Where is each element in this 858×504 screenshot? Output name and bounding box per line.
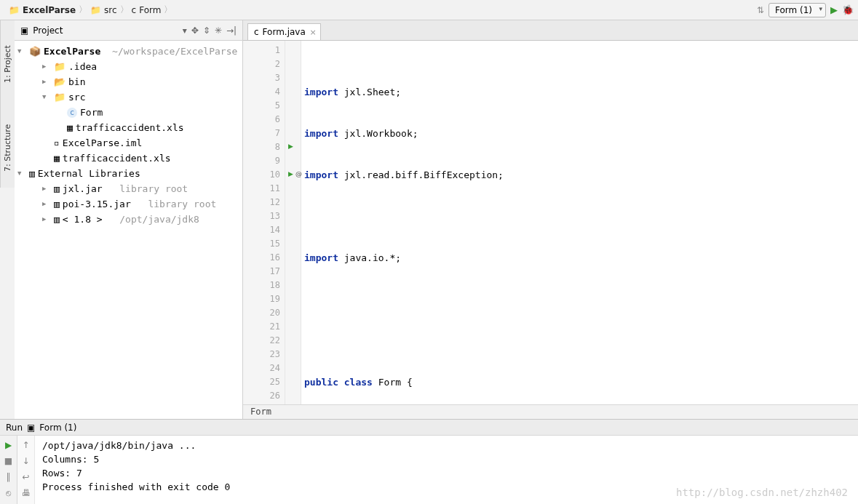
tree-item[interactable]: ▫ExcelParse.iml xyxy=(15,135,242,151)
rerun-icon[interactable]: ▶ xyxy=(5,440,12,450)
tree-arrow[interactable]: ▼ xyxy=(42,89,51,105)
class-icon: c xyxy=(67,108,77,118)
module-icon: 📦 xyxy=(29,44,41,59)
libraries-icon: ▥ xyxy=(29,166,35,181)
library-label: jxl.jar xyxy=(63,181,103,196)
close-icon[interactable]: × xyxy=(310,28,317,37)
ext-lib-label: External Libraries xyxy=(38,166,140,181)
xls-icon: ▦ xyxy=(67,120,73,135)
tree-label: bin xyxy=(68,74,85,89)
print-icon[interactable]: 🖶 xyxy=(22,488,31,498)
folder-o-icon: 📂 xyxy=(54,74,65,89)
xls-icon: ▦ xyxy=(54,151,60,166)
tree-label: .idea xyxy=(68,59,97,74)
debug-icon[interactable]: 🐞 xyxy=(842,4,854,15)
project-tree[interactable]: ▼ 📦 ExcelParse ~/workspace/ExcelParse ▶📁… xyxy=(15,41,242,230)
library-label: < 1.8 > xyxy=(63,212,103,227)
gutter-marks: ▶ ▶ @ xyxy=(285,41,301,404)
editor-area: c Form.java × 1234 5678 9101112 13141516… xyxy=(243,20,858,419)
tree-item[interactable]: cForm xyxy=(15,105,242,120)
breadcrumb-bar: 📁 ExcelParse 〉 📁 src 〉 c Form 〉 ⇅ Form (… xyxy=(0,0,858,20)
pause-icon[interactable]: ‖ xyxy=(7,472,11,482)
breadcrumb[interactable]: 📁 ExcelParse 〉 📁 src 〉 c Form 〉 xyxy=(4,4,177,16)
tree-item[interactable]: ▶📁.idea xyxy=(15,59,242,74)
tree-arrow[interactable]: ▶ xyxy=(42,59,51,74)
run-header: Run ▣ Form (1) xyxy=(0,420,858,436)
external-libraries[interactable]: ▼ ▥ External Libraries xyxy=(15,166,242,181)
tree-label: Form xyxy=(80,105,103,120)
chevron-right-icon[interactable]: ▶ xyxy=(42,181,51,196)
library-hint: library root xyxy=(119,181,188,196)
project-view-icon: ▣ xyxy=(20,25,28,36)
run-tool-window: Run ▣ Form (1) ▶ ■ ‖ ⎋ ↑ ↓ ↩ 🖶 /opt/java… xyxy=(0,419,858,504)
project-toolwindow-stub[interactable]: 1: Project xyxy=(0,20,15,108)
root-hint: ~/workspace/ExcelParse xyxy=(112,44,237,59)
tab-label: Form.java xyxy=(263,27,306,37)
collapse-icon[interactable]: ⇕ xyxy=(203,25,210,36)
console-line: Rows: 7 xyxy=(42,466,851,480)
down-icon[interactable]: ↓ xyxy=(22,456,29,466)
tab-form-java[interactable]: c Form.java × xyxy=(247,23,321,40)
tree-arrow[interactable]: ▶ xyxy=(42,74,51,89)
folder-icon: 📁 xyxy=(90,5,101,15)
run-gutter-icon[interactable]: ▶ xyxy=(288,170,293,177)
gear-icon[interactable]: ✳ xyxy=(215,25,222,36)
project-icon: 📁 xyxy=(9,5,20,15)
tree-item[interactable]: ▦trafficaccident.xls xyxy=(15,151,242,166)
chevron-right-icon: 〉 xyxy=(164,4,172,16)
project-pane: ▣ Project ▾ ✥ ⇕ ✳ →| ▼ 📦 ExcelParse ~/wo… xyxy=(15,20,243,419)
file-icon: ▫ xyxy=(54,135,60,151)
tree-item[interactable]: ▶📂bin xyxy=(15,74,242,89)
tree-item[interactable]: ▦trafficaccident.xls xyxy=(15,120,242,135)
library-hint: library root xyxy=(148,196,216,212)
chevron-right-icon[interactable]: ▶ xyxy=(42,196,51,212)
root-name: ExcelParse xyxy=(44,44,100,59)
run-icon[interactable]: ▶ xyxy=(830,4,838,15)
folder-b-icon: 📁 xyxy=(54,89,65,105)
chevron-down-icon[interactable]: ▾ xyxy=(183,25,187,36)
library-icon: ▥ xyxy=(54,196,60,212)
stop-icon[interactable]: ■ xyxy=(4,456,12,466)
hide-icon[interactable]: →| xyxy=(226,25,237,36)
run-gutter-icon[interactable]: ▶ xyxy=(288,143,293,150)
gutter-line-numbers: 1234 5678 9101112 13141516 17181920 2122… xyxy=(243,41,285,404)
chevron-right-icon: 〉 xyxy=(120,4,129,16)
run-title: Run xyxy=(6,423,23,433)
tree-root[interactable]: ▼ 📦 ExcelParse ~/workspace/ExcelParse xyxy=(15,44,242,59)
run-console[interactable]: /opt/java/jdk8/bin/java ... Columns: 5 R… xyxy=(35,436,858,504)
class-icon: c xyxy=(132,5,137,15)
library-hint: /opt/java/jdk8 xyxy=(119,212,199,227)
console-line: /opt/java/jdk8/bin/java ... xyxy=(42,439,851,452)
project-pane-header: ▣ Project ▾ ✥ ⇕ ✳ →| xyxy=(15,20,242,41)
crumb-src: src xyxy=(104,5,117,15)
target-icon[interactable]: ✥ xyxy=(191,25,199,36)
editor-tabs: c Form.java × xyxy=(243,20,858,41)
soft-wrap-icon[interactable]: ↩ xyxy=(22,472,29,482)
structure-toolwindow-stub[interactable]: 7: Structure xyxy=(0,108,15,188)
editor-breadcrumb[interactable]: Form xyxy=(243,404,858,419)
exit-icon[interactable]: ⎋ xyxy=(6,488,11,498)
library-item[interactable]: ▶▥jxl.jar library root xyxy=(15,181,242,196)
run-config-dropdown[interactable]: Form (1) xyxy=(768,3,826,17)
library-item[interactable]: ▶▥< 1.8 > /opt/java/jdk8 xyxy=(15,212,242,227)
class-icon: c xyxy=(254,27,259,37)
tree-label: ExcelParse.iml xyxy=(63,135,143,151)
run-config-name: Form (1) xyxy=(39,423,76,433)
project-pane-title: Project xyxy=(33,25,63,36)
tree-label: trafficaccident.xls xyxy=(76,120,184,135)
library-label: poi-3.15.jar xyxy=(63,196,131,212)
tree-item[interactable]: ▼📁src xyxy=(15,89,242,105)
up-icon[interactable]: ↑ xyxy=(22,440,29,450)
chevron-down-icon[interactable]: ▼ xyxy=(17,166,26,181)
chevron-right-icon[interactable]: ▶ xyxy=(42,212,51,227)
run-toolbar-left2: ↑ ↓ ↩ 🖶 xyxy=(17,436,35,504)
folder-icon: 📁 xyxy=(54,59,65,74)
watermark: http://blog.csdn.net/zhzh402 xyxy=(676,486,848,500)
chevron-down-icon[interactable]: ▼ xyxy=(17,44,26,59)
library-icon: ▥ xyxy=(54,212,60,227)
tree-label: src xyxy=(68,89,85,105)
build-icon[interactable]: ⇅ xyxy=(757,5,764,15)
library-item[interactable]: ▶▥poi-3.15.jar library root xyxy=(15,196,242,212)
code-editor[interactable]: import jxl.Sheet; import jxl.Workbook; i… xyxy=(301,41,858,404)
crumb-project: ExcelParse xyxy=(23,5,76,15)
